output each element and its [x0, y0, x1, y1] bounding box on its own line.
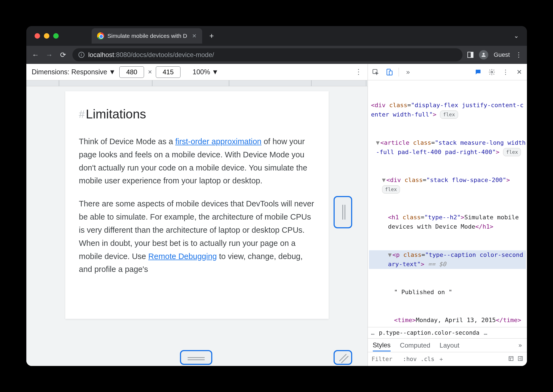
simulated-viewport: #Limitations Think of Device Mode as a f… — [26, 86, 368, 366]
svg-rect-3 — [389, 71, 392, 75]
device-mode-pane: Dimensions: Responsive ▼ × 100% ▼ ⋮ — [26, 64, 368, 366]
svg-rect-5 — [509, 356, 513, 360]
tab-title: Simulate mobile devices with D — [108, 33, 187, 39]
inspect-element-icon[interactable] — [371, 68, 380, 76]
resize-handle-right[interactable] — [334, 196, 352, 228]
tab-computed[interactable]: Computed — [400, 342, 430, 349]
crumb-left[interactable]: … — [371, 329, 375, 336]
new-tab-button[interactable]: + — [209, 32, 214, 40]
tab-layout[interactable]: Layout — [440, 342, 459, 349]
height-input[interactable] — [156, 66, 180, 78]
browser-tab[interactable]: Simulate mobile devices with D ✕ — [92, 28, 202, 44]
minimize-window-button[interactable] — [44, 33, 49, 39]
cls-toggle[interactable]: .cls — [421, 356, 435, 362]
device-toolbar: Dimensions: Responsive ▼ × 100% ▼ ⋮ — [26, 64, 368, 80]
tab-bar: Simulate mobile devices with D ✕ + ⌄ — [26, 26, 527, 46]
remote-debugging-link[interactable]: Remote Debugging — [148, 252, 217, 261]
close-devtools-button[interactable]: ✕ — [515, 68, 524, 76]
side-panel-icon[interactable] — [467, 52, 473, 58]
styles-toolbar: :hov .cls ＋ — [368, 352, 527, 366]
site-info-icon[interactable]: i — [78, 52, 84, 58]
svg-rect-6 — [518, 356, 522, 360]
devtools-panel: » ⋮ ✕ <div class="display-flex justify-c… — [368, 64, 527, 366]
page-heading: #Limitations — [79, 104, 315, 125]
paragraph-2: There are some aspects of mobile devices… — [79, 197, 315, 276]
paragraph-1: Think of Device Mode as a first-order ap… — [79, 135, 315, 188]
anchor-hash-icon: # — [79, 109, 85, 120]
zoom-dropdown[interactable]: 100% ▼ — [193, 68, 219, 76]
toggle-device-icon[interactable] — [385, 68, 394, 76]
chrome-icon — [97, 32, 104, 39]
toggle-panel-icon[interactable] — [518, 356, 523, 363]
styles-filter-input[interactable] — [372, 356, 399, 362]
hov-toggle[interactable]: :hov — [403, 356, 417, 362]
width-input[interactable] — [119, 66, 144, 78]
tab-styles[interactable]: Styles — [373, 341, 391, 351]
dimensions-dropdown[interactable]: Dimensions: Responsive ▼ — [32, 68, 116, 76]
reload-button[interactable]: ⟳ — [59, 51, 67, 59]
first-order-link[interactable]: first-order approximation — [175, 137, 261, 146]
window-controls — [35, 33, 59, 39]
resize-handle-corner[interactable] — [334, 350, 352, 365]
resize-handle-bottom[interactable] — [180, 350, 212, 365]
new-style-rule-icon[interactable]: ＋ — [438, 355, 444, 363]
devtools-menu-button[interactable]: ⋮ — [501, 68, 510, 76]
styles-sub-tabs: Styles Computed Layout » — [368, 339, 527, 352]
address-bar: ← → ⟳ i localhost:8080/docs/devtools/dev… — [26, 46, 527, 64]
svg-point-4 — [491, 71, 493, 73]
omnibox[interactable]: i localhost:8080/docs/devtools/device-mo… — [72, 48, 462, 61]
profile-label: Guest — [494, 51, 510, 58]
toolbar-right: Guest ⋮ — [467, 50, 522, 59]
close-window-button[interactable] — [35, 33, 40, 39]
ruler — [26, 80, 368, 86]
sub-tabs-more-icon[interactable]: » — [518, 342, 522, 349]
breadcrumb-bar[interactable]: … p.type--caption.color-seconda … — [368, 327, 527, 339]
device-toolbar-more-button[interactable]: ⋮ — [355, 68, 362, 76]
elements-dom-tree[interactable]: <div class="display-flex justify-content… — [368, 80, 527, 327]
computed-sidebar-icon[interactable] — [508, 356, 514, 363]
crumb-right[interactable]: … — [484, 329, 487, 336]
close-tab-button[interactable]: ✕ — [192, 33, 197, 39]
back-button[interactable]: ← — [31, 51, 40, 59]
feedback-icon[interactable] — [474, 68, 483, 76]
browser-window: Simulate mobile devices with D ✕ + ⌄ ← →… — [26, 26, 527, 366]
url-text: localhost:8080/docs/devtools/device-mode… — [88, 51, 214, 59]
content-row: Dimensions: Responsive ▼ × 100% ▼ ⋮ — [26, 64, 527, 366]
page-content: #Limitations Think of Device Mode as a f… — [65, 91, 329, 319]
separator — [399, 68, 399, 76]
devtools-tab-bar: » ⋮ ✕ — [368, 64, 527, 80]
crumb-selected[interactable]: p.type--caption.color-seconda — [379, 329, 479, 336]
more-tabs-icon[interactable]: » — [404, 68, 413, 76]
profile-avatar-icon[interactable] — [479, 50, 488, 59]
settings-gear-icon[interactable] — [487, 68, 496, 76]
forward-button[interactable]: → — [45, 51, 54, 59]
tabs-dropdown-button[interactable]: ⌄ — [514, 32, 519, 39]
svg-point-0 — [483, 53, 484, 55]
maximize-window-button[interactable] — [53, 33, 59, 39]
dimension-separator: × — [148, 68, 152, 76]
browser-menu-button[interactable]: ⋮ — [515, 51, 522, 59]
